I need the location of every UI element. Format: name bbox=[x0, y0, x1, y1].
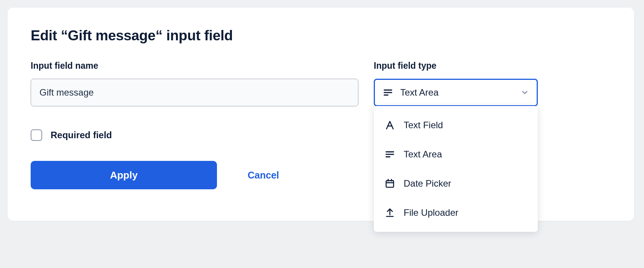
option-label: File Uploader bbox=[404, 207, 458, 218]
cancel-button[interactable]: Cancel bbox=[248, 170, 279, 181]
option-text-field[interactable]: Text Field bbox=[374, 111, 538, 140]
option-label: Date Picker bbox=[404, 178, 451, 189]
option-text-area[interactable]: Text Area bbox=[374, 140, 538, 169]
input-name-label: Input field name bbox=[31, 61, 358, 71]
form-row: Input field name Input field type Text A… bbox=[31, 61, 611, 106]
input-type-value: Text Area bbox=[400, 87, 521, 98]
required-checkbox[interactable] bbox=[31, 129, 42, 141]
svg-rect-7 bbox=[386, 180, 394, 187]
calendar-icon bbox=[384, 178, 395, 189]
required-checkbox-label: Required field bbox=[51, 130, 112, 141]
input-type-select[interactable]: Text Area bbox=[374, 79, 538, 106]
card-title: Edit “Gift message“ input field bbox=[31, 28, 611, 44]
option-date-picker[interactable]: Date Picker bbox=[374, 169, 538, 198]
option-label: Text Field bbox=[404, 120, 443, 131]
input-name-column: Input field name bbox=[31, 61, 358, 106]
textarea-icon bbox=[384, 149, 395, 160]
chevron-down-icon bbox=[521, 88, 529, 97]
textarea-icon bbox=[383, 87, 393, 98]
edit-input-field-card: Edit “Gift message“ input field Input fi… bbox=[8, 8, 634, 221]
input-name-field[interactable] bbox=[31, 79, 358, 106]
input-type-label: Input field type bbox=[374, 61, 538, 71]
option-label: Text Area bbox=[404, 149, 442, 160]
upload-icon bbox=[384, 207, 395, 218]
letter-a-icon bbox=[384, 120, 395, 131]
input-type-dropdown: Text Field Text Area bbox=[374, 106, 538, 232]
apply-button[interactable]: Apply bbox=[31, 161, 217, 189]
option-file-uploader[interactable]: File Uploader bbox=[374, 198, 538, 227]
input-type-column: Input field type Text Area bbox=[374, 61, 538, 106]
